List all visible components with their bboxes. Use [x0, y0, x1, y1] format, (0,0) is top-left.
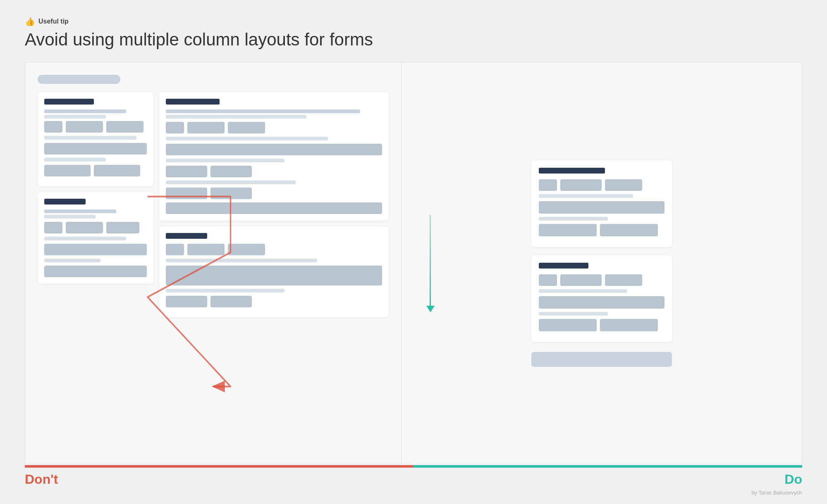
rc1-field1 — [539, 179, 557, 191]
card1-field3 — [106, 121, 143, 133]
right-form-card-1 — [531, 160, 672, 247]
rc1-row2 — [539, 224, 664, 236]
card3-row3 — [166, 188, 382, 199]
form-card-3 — [159, 92, 389, 221]
dont-label: Don't — [25, 472, 58, 487]
card1-field5 — [44, 165, 91, 176]
card2-field2 — [66, 222, 103, 233]
card1-field2 — [66, 121, 103, 133]
card4-field4 — [166, 266, 382, 285]
card2-label2 — [44, 215, 96, 219]
left-panel — [25, 62, 402, 465]
rc2-label1 — [539, 289, 627, 293]
right-panel — [402, 62, 802, 465]
card3-label3 — [166, 137, 328, 140]
labels-row: Don't Do — [25, 468, 802, 489]
rc2-row2 — [539, 319, 664, 331]
card4-field2 — [187, 244, 225, 255]
rc1-field4 — [539, 201, 664, 214]
teal-arrow-container — [426, 215, 435, 312]
left-column-group — [38, 92, 153, 284]
rc2-field2 — [560, 274, 602, 286]
rc2-row1 — [539, 274, 664, 286]
search-bar-mockup — [38, 75, 120, 84]
card1-field1 — [44, 121, 62, 133]
tip-label: Useful tip — [38, 18, 69, 25]
multi-column-layout — [38, 92, 389, 317]
card2-label3 — [44, 237, 126, 240]
teal-arrow — [426, 215, 435, 312]
card1-field4 — [44, 143, 147, 155]
card1-label4 — [44, 158, 106, 162]
card3-field2 — [187, 122, 225, 133]
rc1-label2 — [539, 217, 608, 221]
card2-label4 — [44, 259, 100, 262]
card4-field6 — [210, 296, 252, 307]
rc2-label2 — [539, 312, 608, 316]
card1-field6 — [94, 165, 140, 176]
card1-title — [44, 99, 94, 105]
form-card-1 — [38, 92, 153, 186]
card3-label2 — [166, 115, 306, 119]
rc1-field2 — [560, 179, 602, 191]
card2-field5 — [44, 266, 147, 277]
card3-label4 — [166, 159, 284, 162]
card3-label5 — [166, 181, 296, 184]
right-column-group — [159, 92, 389, 317]
panels-container — [25, 62, 802, 465]
header-tip: 👍 Useful tip — [25, 17, 802, 26]
card3-label1 — [166, 109, 360, 113]
rc2-field1 — [539, 274, 557, 286]
card2-field3 — [106, 222, 139, 233]
form-card-2 — [38, 192, 153, 284]
rc2-title — [539, 263, 588, 269]
card3-field4 — [166, 144, 382, 155]
card4-field5 — [166, 296, 207, 307]
rc2-field3 — [605, 274, 642, 286]
card2-label1 — [44, 209, 116, 213]
card1-label3 — [44, 136, 136, 140]
card3-field3 — [228, 122, 265, 133]
card4-label2 — [166, 289, 284, 292]
card3-field7 — [166, 188, 207, 199]
card4-field1 — [166, 244, 184, 255]
tip-icon: 👍 — [25, 17, 35, 26]
card2-field1 — [44, 222, 62, 233]
rc1-field3 — [605, 179, 642, 191]
rc1-row1 — [539, 179, 664, 191]
card3-field1 — [166, 122, 184, 133]
card1-label1 — [44, 109, 126, 113]
card3-field9 — [166, 202, 382, 214]
card4-row2 — [166, 296, 382, 307]
author-credit: by Taras Bakusevych — [25, 490, 802, 496]
rc1-field6 — [600, 224, 658, 236]
right-form-card-2 — [531, 255, 672, 342]
card2-field4 — [44, 244, 147, 255]
rc1-label1 — [539, 194, 633, 198]
card2-title — [44, 199, 86, 204]
rc1-title — [539, 168, 605, 174]
card4-label1 — [166, 259, 317, 262]
card4-title — [166, 233, 207, 239]
card3-field5 — [166, 166, 207, 177]
card3-row2 — [166, 166, 382, 177]
card1-label2 — [44, 115, 106, 119]
rc2-field6 — [600, 319, 658, 331]
card4-row1 — [166, 244, 382, 255]
single-column-forms — [531, 160, 672, 367]
main-title: Avoid using multiple column layouts for … — [25, 30, 802, 50]
submit-button-mockup — [531, 352, 672, 367]
teal-arrow-line — [430, 215, 431, 306]
card3-row1 — [166, 122, 382, 133]
card1-row1 — [44, 121, 147, 133]
rc2-field4 — [539, 296, 664, 309]
form-card-4 — [159, 226, 389, 317]
card4-field3 — [228, 244, 265, 255]
rc2-field5 — [539, 319, 597, 331]
card3-field6 — [210, 166, 252, 177]
card3-field8 — [210, 188, 252, 199]
do-label: Do — [784, 472, 802, 487]
card3-title — [166, 99, 220, 105]
card1-row2 — [44, 165, 147, 176]
card2-row1 — [44, 222, 147, 233]
